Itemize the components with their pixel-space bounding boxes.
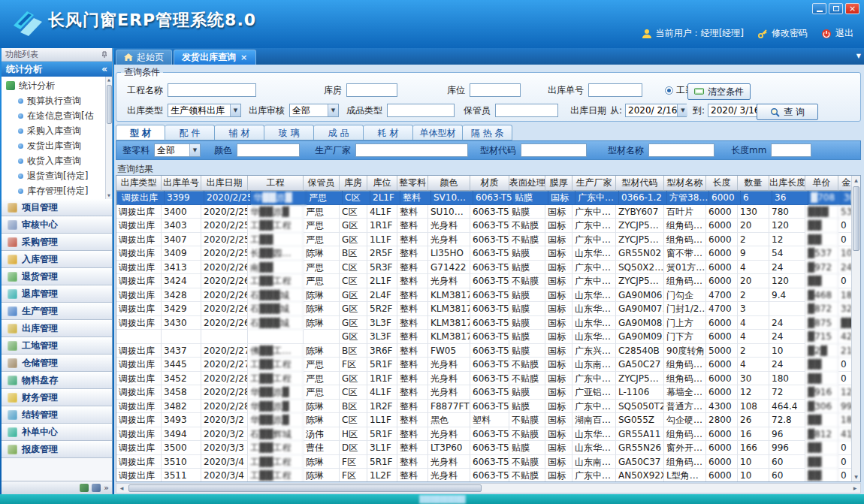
column-header[interactable]: 生产厂家 — [572, 176, 616, 191]
tree-item[interactable]: 预算执行查询 — [2, 93, 112, 108]
sidebar-module-item[interactable]: 报废管理 — [2, 441, 112, 458]
sidebar-module-item[interactable]: 入库管理 — [2, 251, 112, 268]
table-row[interactable]: 调拨出库35112020/3/4工▓▓工程陈琳F区1L2F整料光身料6063-T… — [116, 469, 851, 482]
close-button[interactable]: × — [845, 3, 859, 14]
date-from-picker[interactable]: 2020/ 2/16 ▼ — [625, 104, 687, 117]
table-row[interactable]: 调拨出库34002020/2/25华▓▓原▓严思C区4L1F整料SU10…606… — [116, 205, 851, 219]
material-tab[interactable]: 耗 材 — [364, 125, 413, 140]
sidebar-module-item[interactable]: 退库管理 — [2, 285, 112, 303]
logout-button[interactable]: 退出 — [821, 27, 853, 40]
tab-close-icon[interactable]: × — [240, 53, 248, 62]
scroll-right-icon[interactable]: ▶ — [850, 484, 860, 493]
table-row[interactable]: 调拨出库34072020/2/25工▓▓严思G区1L1F整料光身料6063-T5… — [116, 233, 851, 247]
table-row[interactable]: 调拨出库34822020/2/28华▓▓原▓陈琳B区1R2F整料F8877FT6… — [116, 400, 851, 414]
out-type-select[interactable]: 生产领料出库 ▼ — [168, 104, 241, 117]
column-header[interactable]: 颜色 — [428, 176, 470, 191]
column-header[interactable]: 数量 — [738, 176, 769, 191]
column-header[interactable]: 整零料 — [397, 176, 428, 191]
sidebar-module-item[interactable]: 仓储管理 — [2, 355, 112, 372]
panel-shortcut-icon[interactable] — [92, 484, 101, 492]
column-header[interactable]: 单价 — [805, 176, 838, 191]
column-header[interactable]: 长度 — [706, 176, 738, 191]
tree-item[interactable]: 采购入库查询 — [2, 123, 112, 138]
table-row[interactable]: 调拨出库35102020/3/4工▓▓工程陈琳F区5R1F整料光身料6063-T… — [116, 455, 851, 469]
column-header[interactable]: 工程 — [248, 176, 304, 191]
profile-name-input[interactable] — [648, 143, 714, 157]
table-row[interactable]: 调拨出库34942020/3/2石▓▓辉城汤伟H区5R1F整料光身料6063-T… — [116, 427, 851, 442]
scroll-left-icon[interactable]: ◀ — [116, 484, 127, 493]
scroll-down-icon[interactable]: ▼ — [106, 192, 112, 199]
table-row[interactable]: 调拨出库34282020/2/26石▓▓▓城陈琳G区2L4F整料KLM38176… — [116, 288, 851, 303]
minimize-button[interactable] — [812, 3, 826, 14]
sidebar-module-item[interactable]: 采购管理 — [2, 234, 112, 251]
sidebar-module-item[interactable]: 物料盘存 — [2, 372, 112, 389]
sidebar-module-item[interactable]: 工地管理 — [2, 337, 112, 355]
material-tab[interactable]: 配 件 — [165, 125, 215, 140]
collapse-icon[interactable]: « — [101, 64, 107, 74]
column-header[interactable]: 出库单号 — [162, 176, 201, 191]
radio-gongzhuang[interactable] — [665, 86, 673, 95]
whole-scrap-select[interactable]: 全部 ▼ — [154, 143, 201, 157]
scroll-thumb[interactable] — [128, 484, 482, 492]
column-header[interactable]: 型材代码 — [616, 176, 664, 191]
column-header[interactable]: 库房 — [340, 176, 367, 191]
more-panels-icon[interactable]: » — [104, 483, 109, 493]
project-name-input[interactable] — [168, 83, 256, 97]
table-row[interactable]: 调拨出库34582020/2/28华▓▓原▓严思C区4L1F整料光身料6063-… — [116, 385, 851, 400]
scroll-thumb[interactable] — [853, 186, 859, 251]
scroll-down-icon[interactable]: ▼ — [852, 472, 860, 481]
keeper-input[interactable] — [495, 104, 558, 117]
tree-item[interactable]: 在途信息查询[估 — [2, 108, 112, 123]
scroll-up-icon[interactable]: ▲ — [852, 176, 860, 185]
column-header[interactable]: 材质 — [470, 176, 509, 191]
order-no-input[interactable] — [588, 83, 642, 97]
warehouse-input[interactable] — [346, 83, 397, 97]
tree-root-item[interactable]: 统计分析 — [2, 78, 112, 93]
horizontal-scrollbar[interactable]: ◀ ▶ — [116, 483, 861, 493]
length-input[interactable] — [771, 143, 811, 157]
sidebar-module-item[interactable]: 生产管理 — [2, 303, 112, 320]
table-row[interactable]: 调拨出库34372020/2/27佛▓▓工…陈琳B区3R6F整料FW056063… — [116, 344, 851, 358]
table-row[interactable]: 调拨出库34452020/2/27工▓▓工程严思F区5R1F整料光身料6063-… — [116, 358, 851, 372]
sidebar-module-item[interactable]: 出库管理 — [2, 320, 112, 337]
material-tab[interactable]: 单体型材 — [413, 125, 463, 140]
table-row[interactable]: 调拨出库35002020/3/3工▓▓工程曹佳D区3L1F整料LT3P60606… — [116, 441, 851, 455]
sidebar-module-item[interactable]: 退货管理 — [2, 268, 112, 285]
vertical-scrollbar[interactable]: ▲ ▼ — [851, 176, 860, 481]
column-header[interactable]: 膜厚 — [545, 176, 572, 191]
location-input[interactable] — [470, 83, 521, 97]
maximize-button[interactable] — [829, 3, 843, 14]
material-tab[interactable]: 成 品 — [314, 125, 364, 140]
column-header[interactable]: 表面处理 — [509, 176, 545, 191]
table-row[interactable]: 调拨出库34242020/2/26工▓▓工程严思C区2L1F整料光身料6063-… — [116, 274, 851, 288]
product-type-input[interactable] — [387, 104, 455, 117]
sidebar-module-item[interactable]: 审核中心 — [2, 216, 112, 234]
change-password-link[interactable]: 修改密码 — [757, 27, 808, 40]
tab-start-page[interactable]: 起始页 — [116, 50, 172, 65]
scroll-up-icon[interactable]: ▲ — [106, 77, 112, 83]
profile-code-input[interactable] — [521, 143, 587, 157]
tree-item[interactable]: 发货出库查询 — [2, 138, 112, 153]
table-row[interactable]: 调拨出库34932020/3/2华▓▓原▓陈琳C区1L1F整料黑色塑料不贴膜国标… — [116, 413, 851, 427]
column-header[interactable]: 出库长度 — [769, 176, 805, 191]
clear-conditions-button[interactable]: 清空条件 — [687, 83, 751, 100]
sidebar-module-item[interactable]: 财务管理 — [2, 389, 112, 406]
column-header[interactable]: 出库类型 — [116, 176, 162, 191]
search-button[interactable]: 查 询 — [757, 104, 818, 120]
tree-item[interactable]: 库存管理[待定] — [2, 183, 112, 198]
material-tab[interactable]: 辅 材 — [215, 125, 264, 140]
table-row[interactable]: 调拨出库34132020/2/26南▓▓严思C区5R3F整料G714226063… — [116, 261, 851, 275]
color-input[interactable] — [237, 143, 300, 157]
stats-section-header[interactable]: 统计分析 « — [2, 62, 112, 77]
table-row[interactable]: G区3L3F整料KLM38176063-T5贴膜国标山东华…GA90M09…门下… — [116, 330, 851, 344]
table-row[interactable]: 调拨出库34292020/2/26石▓▓▓城陈琳G区5R2F整料KLM38176… — [116, 302, 851, 316]
material-tab[interactable]: 隔 热 条 — [463, 125, 512, 140]
pin-icon[interactable] — [101, 51, 108, 59]
table-row[interactable]: 调拨出库34302020/2/26石▓▓▓城陈琳G区3L3F整料KLM38176… — [116, 316, 851, 330]
column-header[interactable]: 出库日期 — [201, 176, 248, 191]
sidebar-module-item[interactable]: 项目管理 — [2, 199, 112, 216]
table-row[interactable]: 调拨出库33992020/2/25华▓▓原▓严思C区2L1F整料SV10…606… — [116, 191, 851, 205]
sidebar-module-item[interactable]: 结转管理 — [2, 406, 112, 424]
tree-scrollbar[interactable]: ▲ ▼ — [105, 77, 112, 199]
tree-item[interactable]: 退货查询[待定] — [2, 168, 112, 183]
